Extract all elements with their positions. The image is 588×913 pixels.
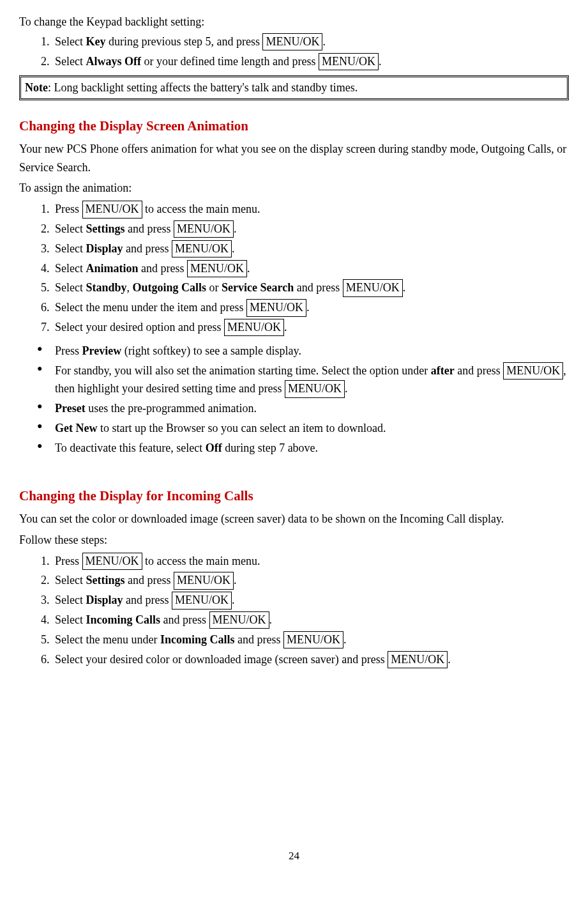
list-item: Select Always Off or your defined time l…	[52, 52, 569, 71]
note-text: : Long backlight setting affects the bat…	[48, 81, 358, 94]
bold-term: Incoming Calls	[86, 613, 160, 626]
menu-ok-button: MENU/OK	[388, 651, 448, 668]
menu-ok-button: MENU/OK	[283, 631, 343, 648]
text: and press	[123, 242, 172, 255]
incoming-intro: You can set the color or downloaded imag…	[19, 510, 569, 528]
bold-term: Get New	[55, 422, 97, 434]
list-item: For standby, you will also set the anima…	[37, 362, 569, 399]
bold-term: Always Off	[86, 55, 141, 68]
keypad-steps: Select Key during previous step 5, and p…	[19, 33, 569, 71]
bold-term: Key	[86, 35, 105, 48]
list-item: Select Incoming Calls and press MENU/OK.	[52, 611, 569, 629]
list-item: Select Settings and press MENU/OK.	[52, 220, 569, 238]
text: or your defined time length and press	[141, 55, 319, 68]
text: .	[345, 382, 348, 395]
text: For standby, you will also set the anima…	[55, 364, 431, 377]
list-item: Select Settings and press MENU/OK.	[52, 571, 569, 590]
bold-term: Settings	[86, 574, 124, 587]
text: Select the menu under	[55, 633, 160, 646]
text: to access the main menu.	[142, 203, 260, 215]
text: .	[343, 633, 347, 646]
text: Select	[55, 242, 86, 255]
text: Select	[55, 594, 86, 606]
bold-term: Settings	[86, 222, 124, 235]
bold-term: Display	[86, 594, 123, 606]
bold-term: Incoming Calls	[160, 633, 235, 646]
text: during previous step 5, and press	[105, 35, 262, 48]
note-label: Note	[25, 81, 48, 94]
bold-term: Service Search	[222, 281, 294, 294]
text: Select	[55, 55, 86, 68]
menu-ok-button: MENU/OK	[246, 299, 306, 316]
text: and press	[160, 613, 209, 626]
text: uses the pre-programmed animation.	[86, 402, 257, 415]
bold-term: Preview	[82, 344, 122, 357]
note-box: Note: Long backlight setting affects the…	[19, 75, 569, 100]
animation-steps: Press MENU/OK to access the main menu. S…	[19, 200, 569, 337]
text: To deactivate this feature, select	[55, 441, 206, 454]
text: and press	[139, 262, 187, 275]
menu-ok-button: MENU/OK	[82, 201, 142, 218]
incoming-follow: Follow these steps:	[19, 531, 569, 549]
text: .	[448, 653, 451, 666]
text: and press	[125, 222, 174, 235]
list-item: Press Preview (right softkey) to see a s…	[37, 342, 569, 360]
list-item: Select Display and press MENU/OK.	[52, 240, 569, 258]
list-item: Preset uses the pre-programmed animation…	[37, 399, 569, 418]
incoming-steps: Press MENU/OK to access the main menu. S…	[19, 552, 569, 669]
incoming-heading: Changing the Display for Incoming Calls	[19, 486, 569, 507]
text: .	[269, 613, 273, 626]
menu-ok-button: MENU/OK	[285, 380, 345, 397]
list-item: Press MENU/OK to access the main menu.	[52, 552, 569, 571]
animation-assign: To assign the animation:	[19, 179, 569, 197]
list-item: Select Animation and press MENU/OK.	[52, 259, 569, 278]
text: Select	[55, 262, 86, 275]
text: and press	[234, 633, 283, 646]
text: and press	[123, 594, 172, 606]
text: .	[232, 242, 235, 255]
text: .	[379, 55, 382, 68]
menu-ok-button: MENU/OK	[209, 611, 269, 629]
menu-ok-button: MENU/OK	[319, 53, 379, 70]
menu-ok-button: MENU/OK	[224, 319, 284, 336]
list-item: Select the menu under the item and press…	[52, 298, 569, 317]
text: .	[306, 301, 310, 314]
text: .	[322, 35, 326, 48]
menu-ok-button: MENU/OK	[172, 240, 232, 257]
list-item: Select your desired color or downloaded …	[52, 650, 569, 669]
text: and press	[125, 574, 174, 587]
list-item: Select Key during previous step 5, and p…	[52, 33, 569, 51]
text: .	[403, 281, 406, 294]
menu-ok-button: MENU/OK	[174, 572, 234, 589]
menu-ok-button: MENU/OK	[343, 279, 403, 296]
bold-term: Animation	[86, 262, 138, 275]
text: Select	[55, 222, 86, 235]
keypad-intro: To change the Keypad backlight setting:	[19, 13, 569, 31]
animation-intro: Your new PCS Phone offers animation for …	[19, 140, 569, 177]
text: or	[206, 281, 222, 294]
text: Press	[55, 555, 82, 567]
menu-ok-button: MENU/OK	[262, 33, 322, 50]
text: .	[234, 222, 237, 235]
text: and press	[294, 281, 342, 294]
menu-ok-button: MENU/OK	[187, 260, 247, 277]
bold-term: Outgoing Calls	[133, 281, 207, 294]
text: Select your desired option and press	[55, 321, 224, 334]
list-item: Press MENU/OK to access the main menu.	[52, 200, 569, 219]
bold-term: Off	[206, 441, 222, 454]
text: .	[232, 594, 235, 606]
list-item: Select your desired option and press MEN…	[52, 318, 569, 337]
bold-term: Display	[86, 242, 123, 255]
text: Select your desired color or downloaded …	[55, 653, 388, 666]
text: to access the main menu.	[142, 555, 260, 567]
text: to start up the Browser so you can selec…	[97, 422, 386, 434]
text: Press	[55, 203, 82, 215]
animation-heading: Changing the Display Screen Animation	[19, 116, 569, 137]
page-number: 24	[19, 847, 569, 864]
text: Select	[55, 574, 86, 587]
list-item: Select Standby, Outgoing Calls or Servic…	[52, 279, 569, 297]
text: Select	[55, 35, 86, 48]
bold-term: Standby	[86, 281, 126, 294]
text: and press	[455, 364, 503, 377]
list-item: Select the menu under Incoming Calls and…	[52, 631, 569, 649]
